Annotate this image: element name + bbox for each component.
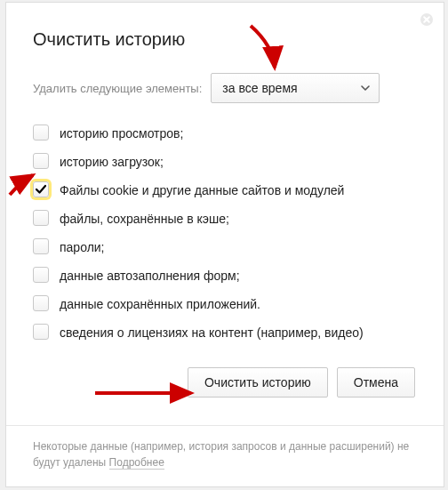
- checkbox-icon: [33, 238, 49, 254]
- cb-cache[interactable]: файлы, сохранённые в кэше;: [33, 210, 417, 227]
- footer-more-link[interactable]: Подробнее: [109, 456, 164, 470]
- checkbox-icon: [33, 181, 49, 197]
- checkbox-label: данные автозаполнения форм;: [60, 267, 240, 284]
- checkbox-label: файлы, сохранённые в кэше;: [60, 210, 229, 227]
- checkbox-list: историю просмотров;историю загрузок;Файл…: [33, 125, 417, 341]
- dialog-title: Очистить историю: [33, 29, 417, 50]
- checkbox-icon: [33, 295, 49, 311]
- time-range-select[interactable]: за все время: [211, 73, 380, 103]
- dialog-actions: Очистить историю Отмена: [33, 367, 417, 398]
- cb-cookies[interactable]: Файлы cookie и другие данные сайтов и мо…: [33, 181, 417, 198]
- cb-passwords[interactable]: пароли;: [33, 238, 417, 255]
- cb-licenses[interactable]: сведения о лицензиях на контент (наприме…: [33, 324, 417, 341]
- checkbox-label: Файлы cookie и другие данные сайтов и мо…: [60, 181, 344, 198]
- cancel-button[interactable]: Отмена: [337, 367, 415, 398]
- close-icon: [420, 12, 434, 27]
- time-range-row: Удалить следующие элементы: за все время: [33, 73, 417, 103]
- checkbox-label: пароли;: [60, 238, 105, 255]
- footer-note: Некоторые данные (например, история запр…: [6, 425, 444, 486]
- checkbox-icon: [33, 210, 49, 226]
- cb-autofill[interactable]: данные автозаполнения форм;: [33, 267, 417, 284]
- cb-app-data[interactable]: данные сохранённых приложений.: [33, 295, 417, 312]
- close-button[interactable]: [419, 12, 435, 28]
- footer-text: Некоторые данные (например, история запр…: [33, 440, 409, 469]
- clear-history-button[interactable]: Очистить историю: [188, 367, 328, 398]
- checkbox-icon: [33, 153, 49, 169]
- checkbox-icon: [33, 324, 49, 340]
- checkbox-icon: [33, 125, 49, 141]
- clear-history-button-label: Очистить историю: [204, 375, 311, 390]
- cb-download-history[interactable]: историю загрузок;: [33, 153, 417, 170]
- checkbox-icon: [33, 267, 49, 283]
- checkbox-label: историю просмотров;: [60, 125, 183, 141]
- checkbox-label: историю загрузок;: [60, 153, 164, 170]
- time-range-value: за все время: [222, 81, 297, 95]
- clear-history-dialog: Очистить историю Удалить следующие элеме…: [5, 2, 444, 487]
- checkbox-label: данные сохранённых приложений.: [60, 295, 260, 312]
- cancel-button-label: Отмена: [354, 375, 398, 390]
- checkbox-label: сведения о лицензиях на контент (наприме…: [60, 324, 364, 341]
- time-range-label: Удалить следующие элементы:: [33, 82, 202, 95]
- chevron-down-icon: [361, 85, 370, 91]
- cb-browsing-history[interactable]: историю просмотров;: [33, 125, 417, 141]
